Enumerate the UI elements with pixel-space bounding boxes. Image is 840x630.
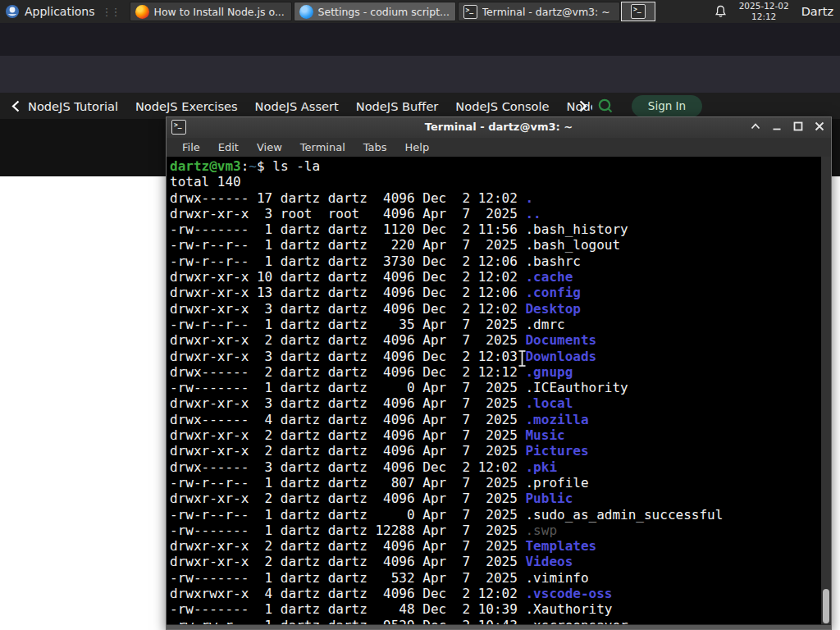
taskbar: How to Install Node.js o... Settings - c… bbox=[130, 0, 620, 23]
menu-item[interactable]: Edit bbox=[209, 141, 248, 153]
file-entry: drwx------ 17 dartz dartz 4096 Dec 2 12:… bbox=[170, 190, 823, 206]
terminal-window: Terminal - dartz@vm3: ~ File bbox=[166, 116, 832, 630]
top-panel: Applications ⋮⋮ How to Install Node.js o… bbox=[0, 0, 840, 23]
file-entry: -rw-r--r-- 1 dartz dartz 0 Apr 7 2025 .s… bbox=[170, 507, 823, 523]
terminal-menubar: File Edit View Terminal Tabs Help bbox=[167, 138, 831, 157]
total-line: total 140 bbox=[170, 174, 823, 189]
menu-item[interactable]: Terminal bbox=[291, 141, 354, 153]
file-entry: drwxr-xr-x 2 dartz dartz 4096 Apr 7 2025… bbox=[170, 427, 823, 443]
file-entry: -rw------- 1 dartz dartz 0 Apr 7 2025 .I… bbox=[170, 380, 823, 395]
site-nav-link[interactable]: NodeJS Exercises bbox=[135, 99, 238, 113]
file-listing: drwx------ 17 dartz dartz 4096 Dec 2 12:… bbox=[170, 190, 823, 626]
terminal-titlebar[interactable]: Terminal - dartz@vm3: ~ bbox=[167, 117, 831, 138]
window-title: Settings - codium script... bbox=[318, 6, 450, 18]
system-tray: 2025-12-02 12:12 Dartz bbox=[714, 0, 840, 23]
window-icon bbox=[135, 5, 149, 19]
clock-date: 2025-12-02 bbox=[739, 1, 789, 11]
terminal-mini-icon bbox=[631, 4, 646, 19]
file-entry: -rw-r--r-- 1 dartz dartz 35 Apr 7 2025 .… bbox=[170, 317, 823, 332]
bell-icon[interactable] bbox=[714, 5, 727, 18]
site-nav-link[interactable]: NodeJS Tutorial bbox=[28, 99, 118, 113]
chevron-right-icon[interactable] bbox=[579, 100, 587, 112]
file-entry: drwxr-xr-x 3 dartz dartz 4096 Apr 7 2025… bbox=[170, 395, 823, 411]
file-entry: -rw-r--r-- 1 dartz dartz 807 Apr 7 2025 … bbox=[170, 475, 823, 491]
workspace-pager[interactable] bbox=[621, 2, 655, 21]
file-entry: drwxr-xr-x 10 dartz dartz 4096 Dec 2 12:… bbox=[170, 269, 823, 285]
terminal-output[interactable]: dartz@vm3:~$ ls -la total 140 drwx------… bbox=[167, 157, 823, 626]
file-entry: -rw------- 1 dartz dartz 1120 Dec 2 11:5… bbox=[170, 221, 823, 237]
site-nav-items: NodeJS Tutorial NodeJS Exercises NodeJS … bbox=[28, 99, 592, 113]
file-entry: drwx------ 4 dartz dartz 4096 Apr 7 2025… bbox=[170, 412, 823, 427]
menu-item[interactable]: View bbox=[248, 141, 291, 153]
menu-item[interactable]: Tabs bbox=[354, 141, 396, 153]
file-entry: -rw------- 1 dartz dartz 48 Dec 2 10:39 … bbox=[170, 601, 823, 617]
file-entry: drwxr-xr-x 3 root root 4096 Apr 7 2025 .… bbox=[170, 206, 823, 221]
search-icon[interactable] bbox=[597, 98, 614, 114]
file-entry: -rw------- 1 dartz dartz 532 Apr 7 2025 … bbox=[170, 570, 823, 586]
shade-icon[interactable] bbox=[751, 123, 760, 130]
file-entry: drwxr-xr-x 2 dartz dartz 4096 Apr 7 2025… bbox=[170, 554, 823, 569]
window-title: Terminal - dartz@vm3: ~ bbox=[482, 6, 610, 18]
file-entry: -rw-r--r-- 1 dartz dartz 3730 Dec 2 12:0… bbox=[170, 253, 823, 269]
file-entry: drwxr-xr-x 3 dartz dartz 4096 Dec 2 12:0… bbox=[170, 349, 823, 364]
site-nav-link[interactable]: NodeJS Assert bbox=[255, 99, 339, 113]
file-entry: drwxrwxr-x 4 dartz dartz 4096 Dec 2 12:0… bbox=[170, 586, 823, 601]
chevron-left-icon[interactable] bbox=[11, 100, 20, 112]
menu-item[interactable]: Help bbox=[396, 141, 439, 153]
clock-time: 12:12 bbox=[739, 11, 789, 22]
file-entry: drwxr-xr-x 13 dartz dartz 4096 Dec 2 12:… bbox=[170, 285, 823, 300]
close-icon[interactable] bbox=[815, 121, 824, 131]
taskbar-window-button[interactable]: How to Install Node.js o... bbox=[130, 2, 292, 21]
minimize-icon[interactable] bbox=[772, 121, 782, 131]
file-entry: drwx------ 2 dartz dartz 4096 Dec 2 12:1… bbox=[170, 364, 823, 380]
file-entry: drwxr-xr-x 2 dartz dartz 4096 Apr 7 2025… bbox=[170, 332, 823, 348]
window-title: How to Install Node.js o... bbox=[154, 6, 285, 18]
user-menu[interactable]: Dartz bbox=[801, 5, 833, 18]
file-entry: drwxr-xr-x 2 dartz dartz 4096 Apr 7 2025… bbox=[170, 538, 823, 554]
applications-label: Applications bbox=[25, 5, 95, 18]
prompt-line: dartz@vm3:~$ ls -la bbox=[170, 158, 823, 174]
file-entry: drwx------ 3 dartz dartz 4096 Dec 2 12:0… bbox=[170, 459, 823, 475]
menu-item[interactable]: File bbox=[173, 141, 209, 153]
taskbar-window-button[interactable]: Settings - codium script... bbox=[294, 2, 456, 21]
clock[interactable]: 2025-12-02 12:12 bbox=[739, 1, 789, 22]
file-entry: drwxr-xr-x 2 dartz dartz 4096 Apr 7 2025… bbox=[170, 443, 823, 459]
site-nav-link[interactable]: NodeJS Buffer bbox=[356, 99, 439, 113]
maximize-icon[interactable] bbox=[793, 121, 803, 131]
file-entry: drwxr-xr-x 3 dartz dartz 4096 Dec 2 12:0… bbox=[170, 301, 823, 317]
terminal-title: Terminal - dartz@vm3: ~ bbox=[167, 121, 831, 133]
taskbar-window-button[interactable]: Terminal - dartz@vm3: ~ bbox=[458, 2, 620, 21]
terminal-scrollbar[interactable] bbox=[821, 157, 831, 624]
file-entry: -rw------- 1 dartz dartz 12288 Apr 7 202… bbox=[170, 523, 823, 538]
firefox-tab-bar bbox=[0, 23, 840, 56]
file-entry: -rw-r--r-- 1 dartz dartz 220 Apr 7 2025 … bbox=[170, 237, 823, 253]
window-icon bbox=[463, 5, 477, 19]
applications-icon bbox=[5, 4, 20, 19]
scrollbar-thumb[interactable] bbox=[823, 589, 829, 623]
sign-in-button[interactable]: Sign In bbox=[632, 95, 702, 117]
desktop: Applications ⋮⋮ How to Install Node.js o… bbox=[0, 0, 840, 630]
terminal-bottom-border bbox=[167, 624, 831, 629]
applications-menu[interactable]: Applications ⋮⋮ bbox=[0, 0, 126, 23]
site-nav-link[interactable]: NodeJS Console bbox=[455, 99, 549, 113]
window-icon bbox=[299, 5, 313, 19]
file-entry: drwxr-xr-x 2 dartz dartz 4096 Apr 7 2025… bbox=[170, 491, 823, 506]
ibeam-cursor-icon bbox=[517, 349, 527, 368]
site-navbar: NodeJS Tutorial NodeJS Exercises NodeJS … bbox=[0, 93, 840, 119]
firefox-toolbar bbox=[0, 56, 840, 93]
panel-grip: ⋮⋮ bbox=[102, 6, 120, 18]
